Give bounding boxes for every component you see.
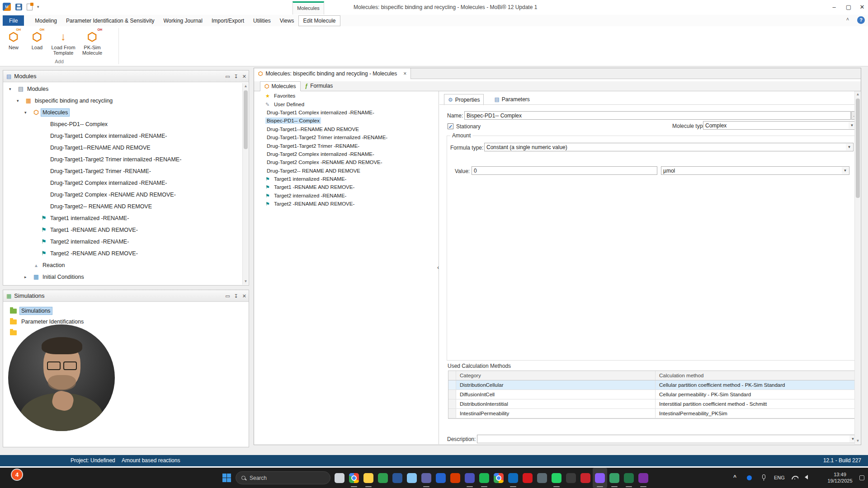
molecule-type-select[interactable]: Complex ▼ bbox=[703, 121, 856, 130]
taskbar-app-icon[interactable] bbox=[491, 468, 506, 488]
description-input[interactable]: ▼ bbox=[477, 435, 857, 443]
taskbar-app-icon[interactable] bbox=[390, 468, 405, 488]
ribbon-tab[interactable]: Working Journal bbox=[159, 15, 207, 26]
scroll-thumb[interactable] bbox=[244, 90, 248, 149]
document-tab[interactable]: Molecules: bispecific binding and recycl… bbox=[254, 68, 411, 79]
notification-center-icon[interactable] bbox=[859, 475, 864, 480]
value-input[interactable]: 0 bbox=[472, 166, 657, 175]
ribbon-button[interactable]: PK-Sim Molecule bbox=[78, 27, 107, 56]
tree-item[interactable]: Drug-Target1-Target2 Trimer internalized… bbox=[4, 154, 242, 165]
simulations-item[interactable]: Simulations bbox=[4, 305, 248, 316]
taskbar-app-icon[interactable] bbox=[448, 468, 462, 488]
ucm-row[interactable]: DiffusionIntCell Cellular permeability -… bbox=[448, 390, 857, 399]
ucm-header-method[interactable]: Calculation method bbox=[656, 371, 857, 380]
taskbar-app-icon[interactable] bbox=[535, 468, 549, 488]
molecule-list-item[interactable]: Drug-Target2-- RENAME AND REMOVE bbox=[255, 167, 438, 175]
pin-icon[interactable]: ↧ bbox=[234, 293, 238, 299]
molecule-list-item[interactable]: Drug-Target1--RENAME AND REMOVE bbox=[255, 125, 438, 133]
tree-item[interactable]: Target2 -RENAME AND REMOVE- bbox=[4, 248, 242, 259]
molecule-list-item[interactable]: Drug-Target1 Complex internalized -RENAM… bbox=[255, 108, 438, 117]
scroll-down-icon[interactable]: ▼ bbox=[243, 278, 249, 285]
tree-item[interactable]: Target2 internalized -RENAME- bbox=[4, 236, 242, 248]
ribbon-tab[interactable]: Import/Export bbox=[207, 15, 249, 26]
molecule-list-item[interactable]: Favorites bbox=[255, 92, 438, 100]
formula-type-select[interactable]: Constant (a single numeric value) ▼ bbox=[484, 143, 854, 151]
close-icon[interactable]: × bbox=[403, 70, 406, 77]
save-icon[interactable] bbox=[15, 4, 22, 10]
modules-scrollbar[interactable]: ▲ ▼ bbox=[242, 83, 248, 285]
tree-item[interactable]: Drug-Target1 Complex internalized -RENAM… bbox=[4, 130, 242, 142]
molecule-list-item[interactable]: Target1 internalized -RENAME- bbox=[255, 175, 438, 183]
taskbar-app-icon[interactable] bbox=[376, 468, 390, 488]
minimize-button[interactable]: – bbox=[827, 0, 841, 14]
help-icon[interactable]: ? bbox=[857, 16, 865, 24]
molecule-list-item[interactable]: Bispec-PD1-- Complex bbox=[255, 117, 438, 125]
properties-tab[interactable]: Parameters bbox=[490, 94, 533, 105]
taskbar-app-icon[interactable] bbox=[462, 468, 477, 488]
pin-icon[interactable]: ↧ bbox=[234, 74, 238, 80]
wifi-icon[interactable] bbox=[791, 475, 798, 479]
taskbar-app-icon[interactable] bbox=[593, 468, 607, 488]
molecule-list-item[interactable]: Target2 internalized -RENAME- bbox=[255, 192, 438, 200]
tray-chevron-up-icon[interactable]: ^ bbox=[733, 474, 736, 488]
tree-item[interactable]: Molecules bbox=[4, 107, 242, 118]
taskbar-app-icon[interactable] bbox=[361, 468, 376, 488]
stationary-checkbox[interactable] bbox=[448, 123, 453, 129]
molecule-list-item[interactable]: Drug-Target2 Complex -RENAME AND REMOVE- bbox=[255, 158, 438, 166]
taskbar-clock[interactable]: 13:49 19/12/2025 bbox=[823, 471, 857, 488]
restore-panel-icon[interactable]: ▭ bbox=[225, 74, 230, 80]
journal-page-icon[interactable] bbox=[27, 4, 33, 10]
taskbar-app-icon[interactable] bbox=[607, 468, 622, 488]
simulations-item[interactable]: Parameter Identifications bbox=[4, 316, 248, 327]
unit-select[interactable]: µmol ▼ bbox=[661, 166, 849, 175]
ribbon-tab[interactable]: File bbox=[3, 15, 24, 26]
ucm-header-category[interactable]: Category bbox=[456, 371, 656, 380]
taskbar-app-icon[interactable] bbox=[636, 468, 651, 488]
ribbon-button[interactable]: Load From Template bbox=[49, 27, 78, 56]
expander-icon[interactable] bbox=[24, 275, 32, 279]
properties-scrollbar[interactable]: ▲ ▼ bbox=[854, 91, 860, 444]
document-group-tab[interactable]: Molecules bbox=[292, 1, 324, 14]
subtab[interactable]: Molecules bbox=[260, 81, 301, 91]
collapse-ribbon-icon[interactable]: ˄ bbox=[844, 16, 852, 22]
language-indicator[interactable]: ENG bbox=[774, 475, 785, 488]
taskbar-app-icon[interactable] bbox=[549, 468, 564, 488]
taskbar-app-icon[interactable] bbox=[405, 468, 419, 488]
tree-item[interactable]: Modules bbox=[4, 83, 242, 95]
tree-item[interactable]: Drug-Target2 Complex -RENAME AND REMOVE- bbox=[4, 189, 242, 201]
taskbar-app-icon[interactable] bbox=[520, 468, 535, 488]
subtab[interactable]: Formulas bbox=[301, 81, 338, 91]
ribbon-button[interactable]: Load bbox=[25, 27, 49, 50]
taskbar-app-icon[interactable] bbox=[419, 468, 434, 488]
tree-item[interactable]: Drug-Target1--RENAME AND REMOVE bbox=[4, 142, 242, 154]
close-icon[interactable]: ✕ bbox=[242, 74, 246, 80]
close-icon[interactable]: ✕ bbox=[242, 293, 246, 299]
ribbon-tab[interactable]: Views bbox=[275, 15, 299, 26]
molecule-list-item[interactable]: Target1 -RENAME AND REMOVE- bbox=[255, 183, 438, 191]
name-input[interactable]: Bispec-PD1-- Complex bbox=[464, 111, 851, 120]
chevron-down-icon[interactable]: ▼ bbox=[846, 144, 853, 150]
scroll-down-icon[interactable]: ▼ bbox=[855, 438, 861, 444]
taskbar-app-icon[interactable] bbox=[622, 468, 636, 488]
ribbon-tab[interactable]: Edit Molecule bbox=[298, 15, 340, 26]
tree-item[interactable]: bispecific binding and recycling bbox=[4, 95, 242, 107]
tree-item[interactable]: Target1 -RENAME AND REMOVE- bbox=[4, 224, 242, 236]
tree-item[interactable]: Drug-Target2 Complex internalized -RENAM… bbox=[4, 177, 242, 189]
tree-item[interactable]: Drug-Target2-- RENAME AND REMOVE bbox=[4, 201, 242, 212]
ribbon-tab[interactable]: Modeling bbox=[30, 15, 61, 26]
chevron-down-icon[interactable]: ▼ bbox=[842, 167, 849, 174]
ucm-row[interactable]: IntestinalPermeability IntestinalPermeab… bbox=[448, 409, 857, 418]
molecule-list-item[interactable]: Drug-Target2 Complex internalized -RENAM… bbox=[255, 150, 438, 158]
ribbon-button[interactable]: New bbox=[2, 27, 25, 50]
tree-item[interactable]: Bispec-PD1-- Complex bbox=[4, 118, 242, 130]
tree-item[interactable]: Target1 internalized -RENAME- bbox=[4, 212, 242, 224]
scroll-thumb[interactable] bbox=[856, 99, 860, 198]
close-button[interactable]: ✕ bbox=[855, 0, 868, 14]
molecule-list-item[interactable]: User Defined bbox=[255, 100, 438, 108]
ribbon-tab[interactable]: Parameter Identification & Sensitivity bbox=[61, 15, 159, 26]
scroll-up-icon[interactable]: ▲ bbox=[243, 83, 249, 89]
taskbar-app-icon[interactable] bbox=[477, 468, 491, 488]
taskbar-app-icon[interactable] bbox=[332, 468, 347, 488]
tree-item[interactable]: Drug-Target1-Target2 Trimer -RENAME- bbox=[4, 165, 242, 177]
molecule-list-item[interactable]: Drug-Target1-Target2 Trimer -RENAME- bbox=[255, 141, 438, 150]
